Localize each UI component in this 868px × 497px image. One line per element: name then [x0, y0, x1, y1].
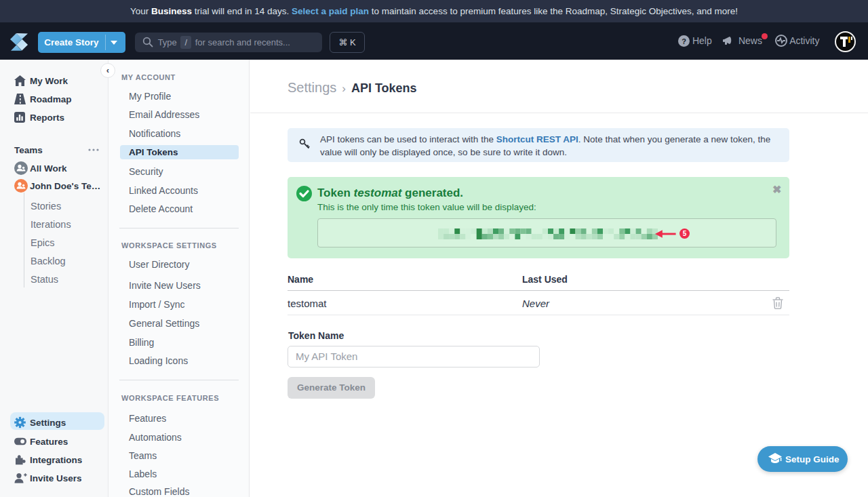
svg-text:?: ?: [682, 37, 686, 45]
